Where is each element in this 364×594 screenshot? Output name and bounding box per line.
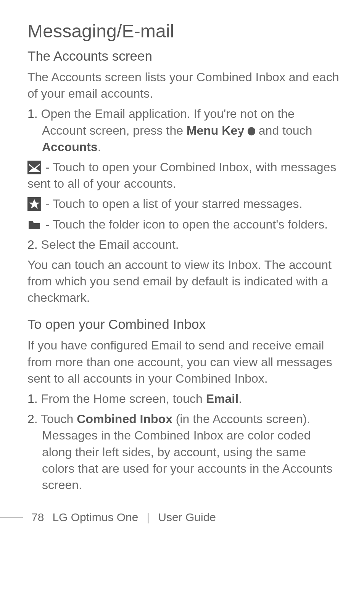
- icon-description: - Touch to open your Combined Inbox, wit…: [27, 160, 336, 190]
- step-number: 2.: [27, 238, 38, 251]
- guide-label: User Guide: [158, 511, 216, 524]
- page-number: 78: [31, 511, 44, 524]
- step-text: Touch: [41, 412, 77, 426]
- step-number: 2.: [27, 412, 38, 426]
- footer-separator: |: [147, 511, 150, 524]
- accounts-intro: The Accounts screen lists your Combined …: [27, 69, 341, 102]
- accounts-step1: 1. Open the Email application. If you're…: [27, 106, 341, 155]
- combined-step1: 1. From the Home screen, touch Email.: [27, 391, 341, 407]
- svg-rect-0: [237, 129, 242, 129]
- step-number: 1.: [27, 107, 38, 121]
- section-title-accounts: The Accounts screen: [27, 48, 341, 64]
- combined-intro: If you have configured Email to send and…: [27, 337, 341, 387]
- combined-inbox-icon: [27, 161, 41, 174]
- combined-step2: 2. Touch Combined Inbox (in the Accounts…: [27, 411, 341, 493]
- combined-inbox-label: Combined Inbox: [77, 412, 172, 426]
- folder-line: - Touch the folder icon to open the acco…: [27, 216, 341, 233]
- manual-page: Messaging/E-mail The Accounts screen The…: [0, 0, 364, 531]
- accounts-outro: You can touch an account to view its Inb…: [27, 257, 341, 306]
- menu-key-icon: [248, 127, 255, 135]
- page-footer: 78 LG Optimus One | User Guide: [27, 511, 341, 524]
- svg-rect-6: [29, 221, 33, 222]
- step-text: From the Home screen, touch: [38, 392, 206, 406]
- icon-description: - Touch to open a list of your starred m…: [42, 197, 302, 211]
- star-icon: [27, 197, 41, 211]
- footer-rule: [0, 517, 23, 518]
- svg-rect-3: [27, 161, 41, 174]
- step-text: .: [98, 140, 101, 154]
- icon-description: - Touch the folder icon to open the acco…: [42, 217, 328, 231]
- svg-rect-2: [237, 132, 242, 132]
- menu-key-label: Menu Key: [187, 124, 244, 137]
- svg-rect-1: [237, 130, 242, 131]
- chapter-title: Messaging/E-mail: [27, 21, 341, 42]
- doc-title: LG Optimus One: [52, 511, 138, 524]
- accounts-label: Accounts: [42, 140, 98, 154]
- step-text: Select the Email account.: [41, 238, 179, 251]
- email-label: Email: [206, 392, 238, 406]
- starred-line: - Touch to open a list of your starred m…: [27, 196, 341, 212]
- folder-icon: [27, 218, 41, 232]
- combined-inbox-line: - Touch to open your Combined Inbox, wit…: [27, 159, 341, 192]
- step-text: .: [238, 392, 242, 406]
- section-title-combined: To open your Combined Inbox: [27, 317, 341, 332]
- accounts-step2: 2. Select the Email account.: [27, 237, 341, 253]
- step-number: 1.: [27, 392, 38, 406]
- step-text: and touch: [255, 124, 312, 137]
